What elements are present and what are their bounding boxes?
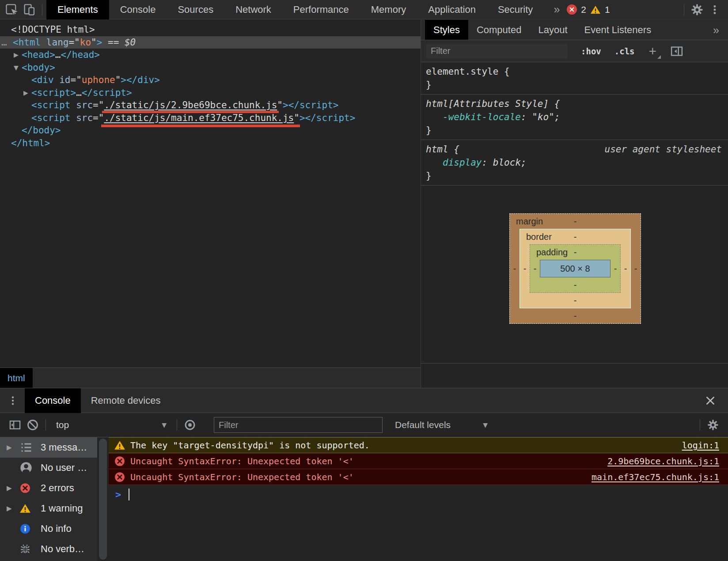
box-model-padding[interactable]: padding - - 500 × 8 - - <box>530 244 621 293</box>
property-value[interactable]: block <box>493 157 527 168</box>
expand-arrow-icon[interactable]: ▶ <box>7 443 19 451</box>
new-style-rule-icon[interactable]: + <box>649 45 657 58</box>
rule-selector[interactable]: html[Attributes Style] <box>426 97 560 110</box>
expand-arrow-icon[interactable]: ▶ <box>7 504 19 512</box>
tab-network[interactable]: Network <box>224 0 282 19</box>
tab-sources[interactable]: Sources <box>167 0 224 19</box>
tab-elements[interactable]: Elements <box>46 0 109 19</box>
styles-sidebar-panel: Styles Computed Layout Event Listeners »… <box>421 20 728 388</box>
toolbar-divider <box>700 419 700 431</box>
dom-tree-row[interactable]: </body> <box>0 124 421 137</box>
sidebar-item-label: 1 warning <box>41 503 83 514</box>
tab-console-drawer[interactable]: Console <box>25 388 81 413</box>
border-bottom-value[interactable]: - <box>520 293 630 308</box>
property-name[interactable]: display <box>443 157 493 168</box>
tab-console[interactable]: Console <box>109 0 167 19</box>
border-top-value[interactable]: - <box>574 232 577 242</box>
margin-top-value[interactable]: - <box>574 216 577 226</box>
dom-tree-row[interactable]: <script src="./static/js/main.ef37ec75.c… <box>0 112 421 125</box>
message-source-link[interactable]: 2.9be69bce.chunk.js:1 <box>607 456 719 466</box>
padding-left-value[interactable]: - <box>530 264 540 274</box>
dom-tree-row[interactable]: ▶<head>…</head> <box>0 49 421 61</box>
dom-tree-row[interactable]: …<html lang="ko"> == $0 <box>0 36 421 49</box>
tab-application[interactable]: Application <box>417 0 487 19</box>
message-source-link[interactable]: main.ef37ec75.chunk.js:1 <box>592 472 719 482</box>
kebab-menu-icon[interactable] <box>706 1 724 19</box>
console-sidebar-item[interactable]: ▶2 errors <box>0 478 97 498</box>
message-source-link[interactable]: login:1 <box>682 440 719 451</box>
expand-arrow-icon[interactable]: ▶ <box>7 484 19 492</box>
tab-memory[interactable]: Memory <box>360 0 417 19</box>
css-declaration[interactable]: displayblock <box>426 156 728 169</box>
tab-event-listeners[interactable]: Event Listeners <box>576 20 660 40</box>
tab-performance[interactable]: Performance <box>282 0 360 19</box>
console-context-selector[interactable]: top ▼ <box>50 420 173 430</box>
rule-selector[interactable]: element.style <box>426 65 510 78</box>
settings-gear-icon[interactable] <box>688 1 706 19</box>
dom-token: </html> <box>11 138 50 148</box>
box-model-margin[interactable]: margin - - border - - <box>509 213 641 324</box>
console-sidebar-item[interactable]: No verb… <box>0 539 97 559</box>
dom-tree-row[interactable]: ▼<body> <box>0 61 421 74</box>
border-left-value[interactable]: - <box>520 264 530 274</box>
class-toggle[interactable]: .cls <box>614 46 635 56</box>
pseudo-state-toggle[interactable]: :hov <box>581 46 601 56</box>
device-toolbar-icon[interactable] <box>20 1 38 19</box>
console-filter-input[interactable] <box>214 417 383 433</box>
border-right-value[interactable]: - <box>621 264 630 274</box>
rule-selector[interactable]: html <box>426 143 459 156</box>
list-icon <box>19 441 33 454</box>
box-model-content[interactable]: 500 × 8 <box>540 260 610 277</box>
property-value[interactable]: "ko" <box>532 112 560 122</box>
log-levels-selector[interactable]: Default levels ▼ <box>395 420 488 430</box>
close-drawer-icon[interactable] <box>701 392 719 409</box>
dom-tree-row[interactable]: ▶<script>…</script> <box>0 87 421 99</box>
dom-tree-row[interactable]: <div id="uphone"></div> <box>0 74 421 87</box>
tab-styles[interactable]: Styles <box>425 20 468 40</box>
css-declaration[interactable]: -webkit-locale"ko" <box>426 110 728 124</box>
padding-top-value[interactable]: - <box>574 247 577 257</box>
message-text: The key "target-densitydpi" is not suppo… <box>130 440 682 451</box>
padding-bottom-value[interactable]: - <box>530 277 620 292</box>
dom-tree-row[interactable]: <script src="./static/js/2.9be69bce.chun… <box>0 99 421 112</box>
expand-arrow-icon[interactable]: ▶ <box>14 49 22 61</box>
live-expression-eye-icon[interactable] <box>181 416 199 434</box>
drawer-kebab-menu-icon[interactable] <box>7 395 19 406</box>
dom-tree-row[interactable]: <!DOCTYPE html> <box>0 23 421 36</box>
more-tabs-icon[interactable]: » <box>554 3 560 16</box>
property-name[interactable]: -webkit-locale <box>443 112 532 122</box>
padding-right-value[interactable]: - <box>610 264 620 274</box>
tab-layout[interactable]: Layout <box>530 20 576 40</box>
dom-token: </head> <box>61 49 100 60</box>
console-sidebar-item[interactable]: No user … <box>0 458 97 478</box>
styles-filter-input[interactable] <box>426 44 568 59</box>
dom-token: " <box>91 37 97 48</box>
margin-left-value[interactable]: - <box>510 264 519 274</box>
margin-right-value[interactable]: - <box>631 264 641 274</box>
issues-badges[interactable]: 2 1 <box>567 4 610 15</box>
tab-security[interactable]: Security <box>487 0 544 19</box>
expand-arrow-icon[interactable]: ▶ <box>23 87 31 99</box>
clear-console-icon[interactable] <box>24 416 42 434</box>
dom-tree-row[interactable]: </html> <box>0 137 421 150</box>
console-toolbar-right <box>696 416 722 434</box>
breadcrumb-item-html[interactable]: html <box>0 368 33 388</box>
console-sidebar-item[interactable]: ▶3 messa… <box>0 437 97 458</box>
expand-arrow-icon[interactable]: ▼ <box>14 61 22 74</box>
console-sidebar-item[interactable]: ▶1 warning <box>0 498 97 519</box>
tab-remote-devices[interactable]: Remote devices <box>81 388 171 413</box>
box-model-border[interactable]: border - - padding - - <box>519 229 631 308</box>
console-settings-gear-icon[interactable] <box>704 416 722 434</box>
margin-bottom-value[interactable]: - <box>510 308 641 323</box>
console-sidebar-item[interactable]: No info <box>0 519 97 539</box>
more-tabs-icon[interactable]: » <box>713 20 719 40</box>
styles-panel-divider <box>421 363 728 364</box>
tab-computed[interactable]: Computed <box>468 20 530 40</box>
sidebar-scrollbar[interactable] <box>99 439 107 560</box>
toggle-sidebar-icon[interactable] <box>668 42 686 60</box>
console-sidebar-toggle-icon[interactable] <box>6 416 24 434</box>
text-cursor[interactable] <box>129 489 129 500</box>
console-prompt[interactable]: > <box>109 485 728 504</box>
inspect-element-icon[interactable] <box>3 1 20 19</box>
css-rule: html[Attributes Style]-webkit-locale"ko" <box>421 95 728 140</box>
